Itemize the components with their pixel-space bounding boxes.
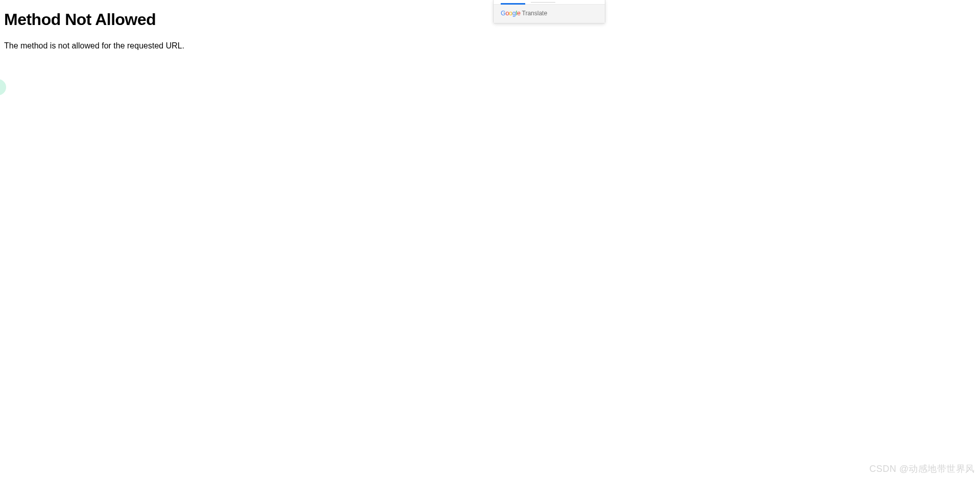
translate-text: Translate	[522, 10, 548, 17]
floating-side-bubble[interactable]	[0, 79, 6, 95]
translate-popup-body: Google Translate	[494, 5, 605, 23]
translate-active-tab-indicator[interactable]	[501, 3, 525, 5]
google-translate-popup[interactable]: Google Translate	[493, 0, 605, 23]
translate-brand-label: Google Translate	[501, 10, 598, 17]
translate-popup-tabs	[494, 0, 605, 5]
error-heading: Method Not Allowed	[4, 10, 980, 29]
error-message: The method is not allowed for the reques…	[4, 41, 980, 51]
csdn-watermark: CSDN @动感地带世界风	[869, 463, 975, 475]
translate-inactive-tab-indicator[interactable]	[531, 2, 555, 3]
google-logo-icon: Google	[501, 10, 521, 17]
